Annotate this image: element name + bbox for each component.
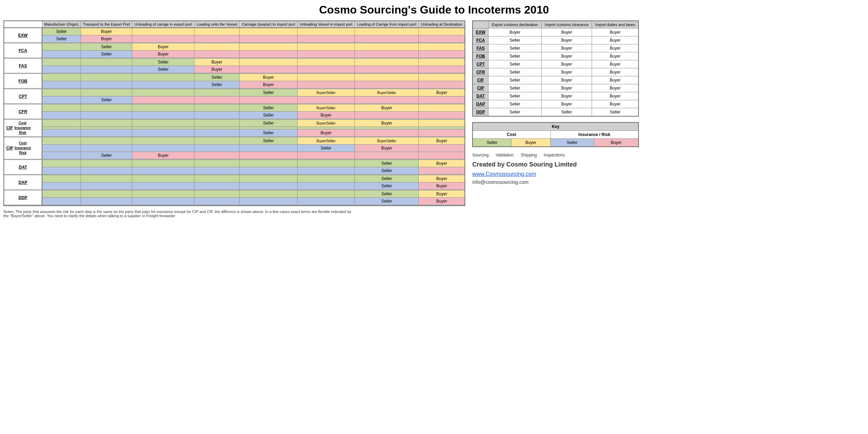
table-cell: Buyer (355, 120, 419, 127)
key-table: Key Cost Insurance / Risk Seller Buyer S… (472, 122, 639, 147)
table-cell (419, 112, 465, 119)
customs-cell: Buyer (541, 36, 592, 44)
table-cell (419, 66, 465, 73)
table-cell: Seller (42, 28, 81, 35)
table-cell (194, 145, 239, 152)
table-cell (81, 66, 132, 73)
table-cell (297, 66, 354, 73)
customs-cell: Seller (489, 92, 541, 100)
table-cell: Seller (240, 120, 297, 127)
table-cell (240, 145, 297, 152)
table-cell (42, 43, 81, 51)
table-cell: Seller (240, 129, 297, 137)
table-cell: Buyer (419, 190, 465, 198)
table-cell (42, 104, 81, 112)
table-cell (355, 96, 419, 104)
term-dap: DAP (4, 175, 42, 190)
table-cell: Seller (81, 96, 132, 104)
customs-cell: Buyer (541, 60, 592, 68)
table-cell (355, 129, 419, 137)
customs-cell: Buyer (592, 52, 639, 60)
table-cell (240, 96, 297, 104)
table-cell (132, 120, 194, 127)
table-cell: Buyer (240, 81, 297, 88)
table-cell: Buyer/Seller (297, 89, 354, 96)
table-cell (81, 120, 132, 127)
table-cell: Buyer/Seller (355, 137, 419, 145)
table-cell (355, 112, 419, 119)
table-cell (419, 43, 465, 51)
customs-cell: Buyer (541, 28, 592, 36)
table-cell (81, 175, 132, 182)
term-cif: CIFCostInsuranceRisk (4, 120, 42, 137)
customs-cell: Buyer (592, 28, 639, 36)
table-cell: Seller (240, 104, 297, 112)
table-cell (194, 152, 239, 159)
customs-cell: Seller (592, 108, 639, 117)
table-cell (297, 152, 354, 159)
table-cell (419, 28, 465, 35)
term-fas: FAS (4, 59, 42, 73)
term-ddp: DDP (4, 190, 42, 205)
table-cell (42, 190, 81, 198)
table-cell (240, 198, 297, 205)
table-cell (81, 81, 132, 88)
customs-cell: Buyer (541, 68, 592, 76)
table-cell (194, 96, 239, 104)
table-cell (355, 51, 419, 58)
table-cell (132, 190, 194, 198)
table-cell: Seller (355, 198, 419, 205)
customs-term-fob: FOB (473, 52, 489, 60)
table-cell (42, 152, 81, 159)
service-item: Shipping (520, 153, 537, 158)
main-table: Manufactuer (Orgin) Transport to the Exp… (3, 20, 465, 206)
table-cell: Buyer (355, 145, 419, 152)
table-cell (297, 182, 354, 190)
table-cell (419, 145, 465, 152)
table-cell (132, 35, 194, 43)
col-header-unloading-export: Unloading of carrige in export port (132, 21, 194, 28)
table-cell (81, 104, 132, 112)
table-cell (132, 175, 194, 182)
customs-table: Export customs declaration Import custom… (472, 20, 639, 117)
table-cell (132, 198, 194, 205)
col-header-loading-carriage: Loading of Carrige from import port (355, 21, 419, 28)
customs-cell: Seller (541, 108, 592, 117)
table-cell (42, 137, 81, 145)
table-cell (81, 182, 132, 190)
table-cell (355, 152, 419, 159)
table-cell (297, 74, 354, 81)
customs-term-exw: EXW (473, 28, 489, 36)
website-link[interactable]: www.Cosmosourcing.com (472, 171, 639, 177)
customs-cell: Seller (489, 100, 541, 108)
customs-term-cif: CIF (473, 76, 489, 84)
table-cell: Buyer/Seller (297, 137, 354, 145)
table-cell (81, 137, 132, 145)
col-header-origin: Manufactuer (Orgin) (42, 21, 81, 28)
right-section: Export customs declaration Import custom… (472, 20, 639, 185)
table-cell (297, 160, 354, 167)
customs-term-cfr: CFR (473, 68, 489, 76)
table-cell (240, 66, 297, 73)
table-cell (297, 81, 354, 88)
page-title: Cosmo Sourcing's Guide to Incoterms 2010 (3, 3, 865, 16)
table-cell (419, 74, 465, 81)
term-cfr: CFR (4, 104, 42, 119)
email-text: Info@cosmosourcing.com (472, 179, 639, 185)
term-fca: FCA (4, 43, 42, 58)
table-cell (240, 35, 297, 43)
col-header-unloading-dest: Unloading at Destination (419, 21, 465, 28)
table-cell (240, 59, 297, 66)
table-cell: Buyer (81, 35, 132, 43)
table-cell (419, 96, 465, 104)
customs-cell: Seller (489, 108, 541, 117)
customs-term-ddp: DDP (473, 108, 489, 117)
table-cell: Seller (194, 81, 239, 88)
table-cell (355, 127, 419, 129)
customs-term-dat: DAT (473, 92, 489, 100)
table-cell (132, 89, 194, 96)
table-cell: Seller (240, 137, 297, 145)
table-cell (81, 190, 132, 198)
customs-term-cip: CIP (473, 84, 489, 92)
table-cell (42, 96, 81, 104)
